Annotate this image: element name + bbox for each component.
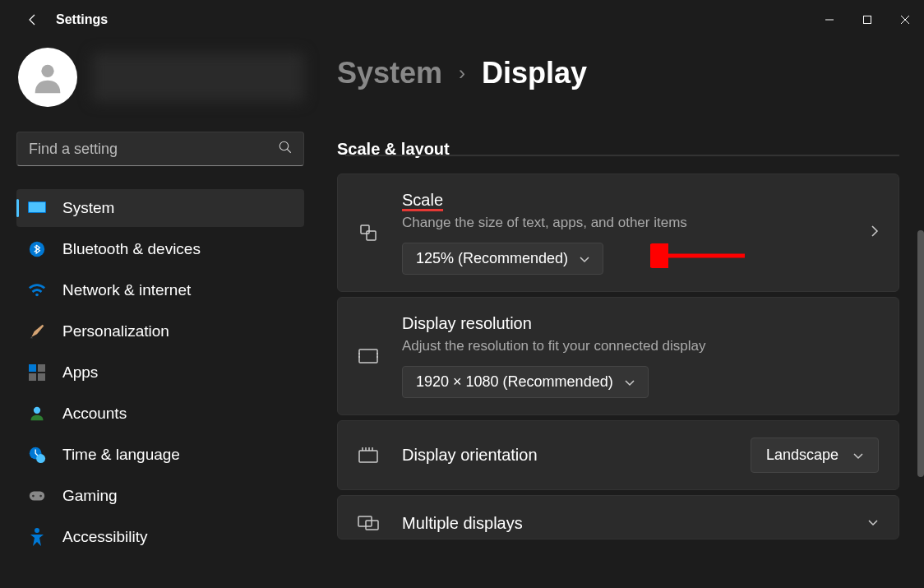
svg-rect-1 — [864, 16, 871, 24]
scale-icon — [358, 222, 379, 243]
accessibility-icon — [28, 528, 46, 546]
search-icon — [278, 140, 293, 158]
resolution-icon — [358, 345, 379, 367]
svg-point-3 — [280, 141, 289, 150]
gamepad-icon — [28, 487, 46, 505]
scale-desc: Change the size of text, apps, and other… — [402, 215, 848, 231]
nav-label: Gaming — [62, 487, 118, 505]
profile-section[interactable] — [16, 48, 304, 107]
person-icon — [28, 405, 46, 423]
back-button[interactable] — [16, 3, 49, 36]
svg-rect-10 — [38, 364, 45, 372]
orientation-card[interactable]: Display orientation Landscape — [337, 420, 899, 490]
resolution-value: 1920 × 1080 (Recommended) — [416, 373, 613, 391]
breadcrumb: System › Display — [337, 56, 899, 90]
svg-rect-31 — [358, 516, 372, 526]
svg-rect-16 — [30, 492, 44, 501]
nav-list: System Bluetooth & devices Network & int… — [16, 189, 304, 556]
nav-item-personalization[interactable]: Personalization — [16, 313, 304, 350]
nav-item-gaming[interactable]: Gaming — [16, 477, 304, 515]
svg-rect-23 — [359, 350, 377, 363]
breadcrumb-current: Display — [482, 56, 587, 90]
clock-globe-icon — [28, 446, 46, 464]
resolution-dropdown[interactable]: 1920 × 1080 (Recommended) — [402, 366, 649, 398]
search-box — [16, 132, 304, 166]
orientation-value: Landscape — [766, 447, 839, 464]
svg-rect-20 — [361, 225, 369, 234]
orientation-title: Display orientation — [402, 446, 728, 465]
divider — [345, 155, 899, 156]
nav-label: Accessibility — [62, 528, 147, 546]
scale-title: Scale — [402, 191, 848, 210]
nav-item-apps[interactable]: Apps — [16, 354, 304, 391]
nav-label: Time & language — [62, 446, 180, 464]
nav-label: Apps — [62, 363, 98, 382]
bluetooth-icon — [28, 240, 46, 258]
nav-item-bluetooth[interactable]: Bluetooth & devices — [16, 230, 304, 268]
resolution-card[interactable]: Display resolution Adjust the resolution… — [337, 297, 899, 415]
scrollbar-thumb[interactable] — [917, 230, 924, 477]
resolution-desc: Adjust the resolution to fit your connec… — [402, 338, 879, 354]
close-button[interactable] — [886, 3, 924, 36]
nav-item-accounts[interactable]: Accounts — [16, 395, 304, 433]
svg-rect-26 — [359, 451, 377, 462]
search-input[interactable] — [16, 132, 304, 166]
nav-label: Accounts — [62, 405, 127, 423]
svg-point-2 — [41, 65, 53, 77]
multiple-displays-card[interactable]: Multiple displays — [337, 495, 899, 539]
svg-rect-6 — [29, 202, 45, 212]
chevron-down-icon — [625, 373, 635, 391]
svg-rect-21 — [367, 231, 376, 240]
svg-rect-11 — [29, 373, 36, 381]
nav-item-time-language[interactable]: Time & language — [16, 436, 304, 474]
avatar — [18, 48, 77, 107]
multiple-displays-title: Multiple displays — [402, 514, 844, 533]
chevron-right-icon: › — [459, 62, 465, 85]
svg-point-8 — [35, 294, 39, 297]
apps-icon — [28, 363, 46, 382]
svg-line-4 — [287, 149, 291, 153]
main-panel: System › Display Scale & layout Scale Ch… — [321, 39, 924, 588]
svg-point-19 — [35, 528, 39, 533]
nav-item-system[interactable]: System — [16, 189, 304, 227]
sidebar: System Bluetooth & devices Network & int… — [0, 39, 321, 588]
scale-card[interactable]: Scale Change the size of text, apps, and… — [337, 174, 899, 292]
svg-point-15 — [36, 454, 45, 463]
app-title: Settings — [56, 12, 108, 27]
nav-label: Personalization — [62, 322, 169, 340]
wifi-icon — [28, 281, 46, 299]
nav-item-accessibility[interactable]: Accessibility — [16, 518, 304, 556]
svg-rect-12 — [38, 373, 45, 381]
system-icon — [28, 199, 46, 217]
nav-label: Network & internet — [62, 281, 191, 299]
svg-point-13 — [34, 407, 40, 414]
svg-point-7 — [30, 242, 44, 257]
scale-value: 125% (Recommended) — [416, 250, 568, 267]
chevron-down-icon — [867, 516, 879, 530]
minimize-button[interactable] — [811, 3, 848, 36]
chevron-right-icon — [871, 225, 879, 241]
breadcrumb-parent[interactable]: System — [337, 56, 442, 90]
maximize-button[interactable] — [848, 3, 886, 36]
window-controls — [811, 3, 924, 36]
orientation-icon — [358, 445, 379, 466]
scale-dropdown[interactable]: 125% (Recommended) — [402, 243, 603, 275]
titlebar: Settings — [0, 0, 924, 39]
chevron-down-icon — [853, 447, 863, 464]
svg-point-17 — [32, 495, 35, 498]
nav-label: Bluetooth & devices — [62, 240, 201, 258]
resolution-title: Display resolution — [402, 314, 879, 333]
multiple-displays-icon — [358, 512, 379, 534]
svg-point-18 — [39, 495, 42, 498]
svg-rect-9 — [29, 364, 36, 372]
scrollbar[interactable] — [917, 230, 924, 559]
orientation-dropdown[interactable]: Landscape — [751, 438, 879, 473]
profile-info-blurred — [92, 53, 304, 102]
chevron-down-icon — [580, 250, 589, 267]
paintbrush-icon — [28, 322, 46, 340]
nav-label: System — [62, 199, 114, 217]
nav-item-network[interactable]: Network & internet — [16, 271, 304, 309]
